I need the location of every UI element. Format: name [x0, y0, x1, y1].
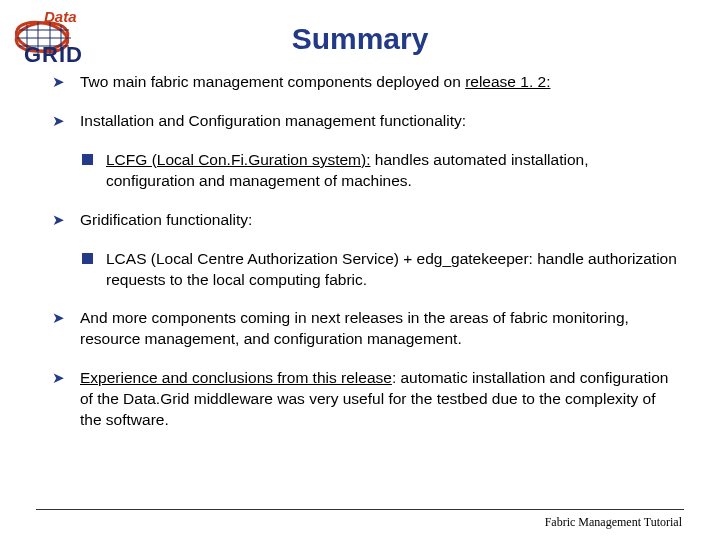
- bullet-1-text: Two main fabric management components de…: [80, 73, 465, 90]
- bullet-3-sub: LCAS (Local Centre Authorization Service…: [80, 249, 680, 291]
- bullet-5: Experience and conclusions from this rel…: [52, 368, 680, 431]
- slide-title: Summary: [0, 0, 720, 62]
- bullet-1-underline: release 1. 2:: [465, 73, 550, 90]
- logo-bottom-text: GRID: [24, 42, 83, 64]
- bullet-2: Installation and Configuration managemen…: [52, 111, 680, 132]
- bullet-3: Gridification functionality:: [52, 210, 680, 231]
- footer-text: Fabric Management Tutorial: [545, 515, 682, 530]
- datagrid-logo: Data GRID: [14, 8, 104, 64]
- bullet-1: Two main fabric management components de…: [52, 72, 680, 93]
- bullet-4: And more components coming in next relea…: [52, 308, 680, 350]
- bullet-2-sub-underline: LCFG (Local Con.Fi.Guration system):: [106, 151, 370, 168]
- bullet-5-underline: Experience and conclusions from this rel…: [80, 369, 392, 386]
- bullet-2-sub: LCFG (Local Con.Fi.Guration system): han…: [80, 150, 680, 192]
- slide-content: Two main fabric management components de…: [0, 62, 720, 431]
- footer-rule: [36, 509, 684, 510]
